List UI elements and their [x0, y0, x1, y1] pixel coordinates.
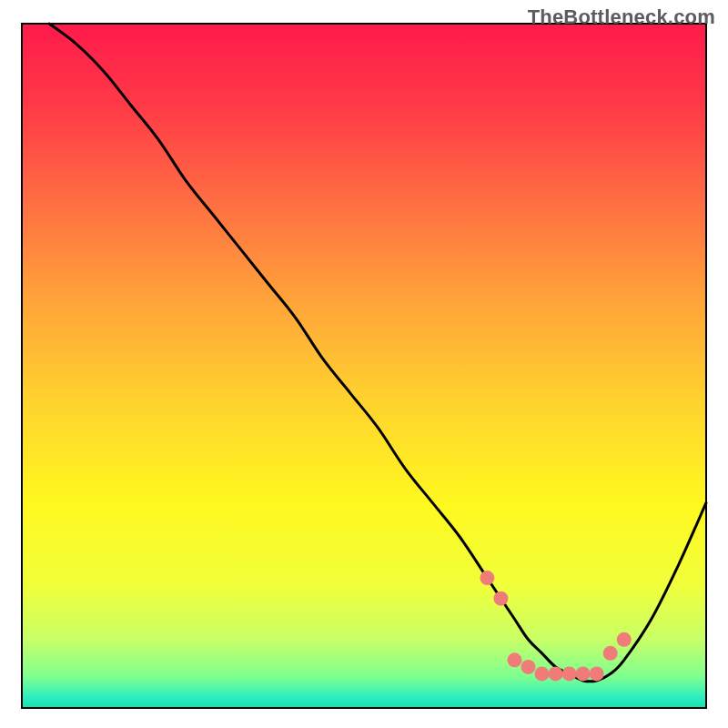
highlight-dot: [590, 666, 604, 681]
highlight-dot: [535, 666, 550, 681]
highlight-dot: [480, 571, 494, 585]
highlight-dot: [603, 646, 618, 661]
highlight-dot: [493, 592, 508, 606]
highlight-dot: [521, 660, 535, 674]
highlight-dot: [507, 652, 521, 667]
chart-svg: [0, 0, 728, 728]
highlight-dot: [549, 666, 563, 681]
highlight-dot: [617, 632, 632, 647]
highlight-dot: [562, 666, 577, 681]
watermark-text: TheBottleneck.com: [528, 5, 715, 29]
bottleneck-chart: TheBottleneck.com: [0, 0, 728, 728]
plot-background: [22, 24, 706, 708]
highlight-dot: [576, 666, 591, 681]
